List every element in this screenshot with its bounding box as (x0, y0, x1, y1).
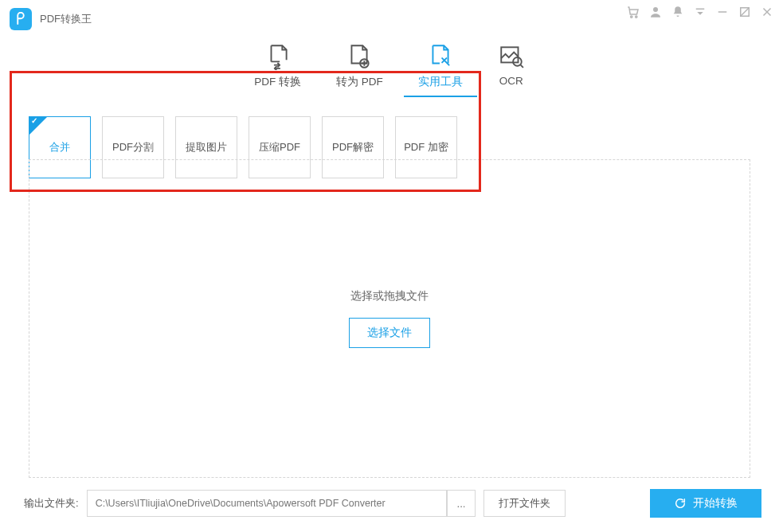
user-icon[interactable] (648, 5, 663, 19)
maximize-icon[interactable] (738, 5, 752, 19)
browse-button[interactable]: ... (447, 490, 476, 517)
svg-point-1 (636, 16, 637, 18)
tab-label: 实用工具 (418, 75, 463, 89)
tab-ocr[interactable]: OCR (498, 43, 525, 96)
output-folder-label: 输出文件夹: (24, 496, 79, 510)
document-arrow-icon (264, 43, 292, 70)
document-hand-icon (427, 43, 454, 70)
tool-label: PDF解密 (332, 140, 374, 155)
image-search-icon (498, 43, 525, 70)
refresh-icon (674, 497, 687, 510)
start-button-label: 开始转换 (693, 496, 738, 510)
svg-point-0 (631, 16, 632, 18)
open-folder-button[interactable]: 打开文件夹 (483, 490, 566, 517)
tool-label: PDF分割 (112, 140, 154, 155)
tab-utilities[interactable]: 实用工具 (418, 43, 463, 96)
tool-label: 合并 (49, 140, 70, 155)
svg-point-10 (513, 57, 522, 66)
tab-label: PDF 转换 (254, 75, 301, 89)
file-drop-area[interactable]: 选择或拖拽文件 选择文件 (29, 159, 750, 478)
svg-point-2 (653, 7, 658, 12)
svg-rect-3 (696, 9, 705, 10)
app-title: PDF转换王 (40, 12, 92, 26)
menu-icon[interactable] (693, 5, 707, 19)
tab-to-pdf[interactable]: 转为 PDF (336, 43, 383, 96)
choose-file-button[interactable]: 选择文件 (349, 318, 430, 348)
start-convert-button[interactable]: 开始转换 (650, 489, 761, 518)
close-icon[interactable] (760, 5, 774, 19)
drop-hint-text: 选择或拖拽文件 (350, 289, 429, 303)
tool-label: 提取图片 (186, 140, 227, 155)
document-plus-icon (346, 43, 373, 70)
tool-label: 压缩PDF (259, 140, 300, 155)
tab-label: OCR (499, 75, 523, 87)
bell-icon[interactable] (671, 5, 685, 19)
cart-icon[interactable] (626, 5, 640, 19)
minimize-icon[interactable] (715, 5, 730, 19)
tab-pdf-convert[interactable]: PDF 转换 (254, 43, 301, 96)
tab-label: 转为 PDF (336, 75, 383, 89)
output-path-input[interactable] (87, 490, 447, 517)
app-logo-icon (10, 8, 32, 30)
tool-label: PDF 加密 (404, 140, 448, 155)
